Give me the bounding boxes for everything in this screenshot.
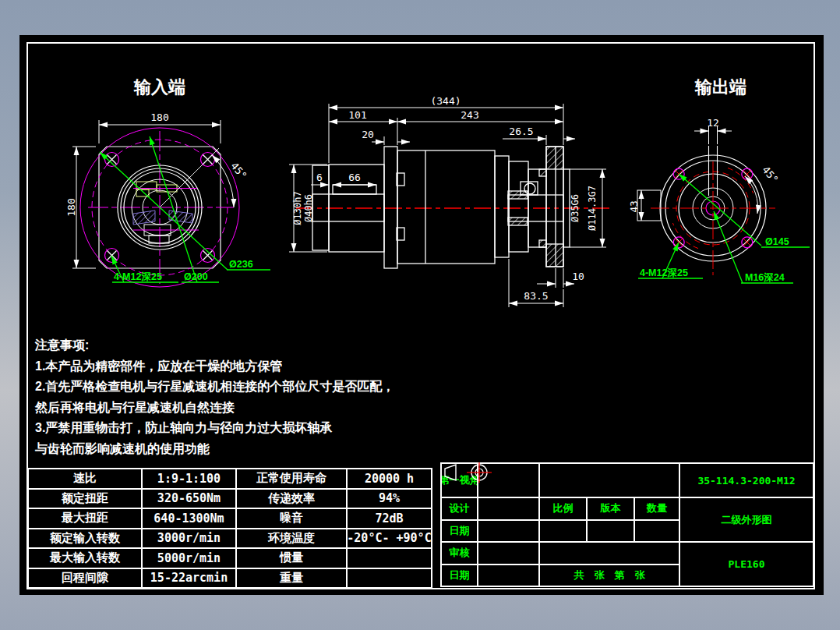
spec-value: 72dB bbox=[348, 509, 431, 528]
spec-label: 回程间隙 bbox=[29, 569, 141, 588]
dim-adapter-dia: Ø130h7 bbox=[292, 191, 303, 225]
title-block: 第一视角 35-114.3-200-M12 设计 比例 版本 数量 二级外形图 … bbox=[440, 462, 814, 587]
scale-label: 比例 bbox=[540, 498, 586, 519]
dim-key-length: 66 bbox=[348, 172, 361, 183]
note-line: 与齿轮而影响减速机的使用功能 bbox=[35, 439, 471, 460]
diagonal-45-reference bbox=[160, 148, 219, 207]
input-label-holes: 4-M12深25 bbox=[114, 271, 162, 282]
date-label: 日期 bbox=[442, 565, 477, 586]
spec-value: 3000r/min bbox=[143, 529, 235, 548]
part-code: 35-114.3-200-M12 bbox=[680, 464, 813, 497]
input-view-title: 输入端 bbox=[133, 77, 185, 97]
input-end-view: 180 180 45° bbox=[65, 111, 249, 287]
dim-angle: 45° bbox=[228, 160, 249, 182]
spec-label: 最大输入转数 bbox=[29, 549, 141, 568]
output-label-center-tap: M16深24 bbox=[745, 272, 785, 283]
spec-value: 320-650Nm bbox=[143, 490, 235, 508]
design-value bbox=[478, 498, 538, 519]
note-line: 1.本产品为精密部件，应放在干燥的地方保管 bbox=[35, 356, 471, 377]
notes-title: 注意事项: bbox=[35, 335, 471, 356]
design-label: 设计 bbox=[442, 498, 477, 519]
check-value bbox=[478, 543, 538, 564]
output-label-holes: 4-M12深25 bbox=[640, 267, 688, 278]
projection-symbol bbox=[478, 464, 538, 497]
dim-flange-thickness: 20 bbox=[362, 129, 374, 140]
spec-value: 15-22arcmin bbox=[143, 569, 235, 588]
dim-output-bore-dia: Ø35G6 bbox=[570, 194, 581, 222]
output-label-bolt-circle: Ø145 bbox=[765, 236, 789, 247]
input-label-bolt-circle: Ø200 bbox=[184, 271, 208, 282]
spec-value: 94% bbox=[348, 490, 431, 508]
spec-label: 环境温度 bbox=[237, 529, 346, 548]
version-label: 版本 bbox=[588, 498, 634, 519]
dim-out-flange-thickness: 10 bbox=[572, 271, 584, 282]
drawing-canvas: 输入端 bbox=[19, 35, 824, 595]
date-value bbox=[478, 521, 538, 542]
quantity-label: 数量 bbox=[635, 498, 679, 519]
dim-width: 180 bbox=[150, 111, 168, 123]
dim-input-shaft-dia: Ø40h6 bbox=[303, 194, 314, 222]
input-label-outer: Ø236 bbox=[229, 259, 253, 270]
note-line: 3.严禁用重物击打，防止轴向力与径向力过大损坏轴承 bbox=[35, 418, 471, 439]
dim-key-offset: 6 bbox=[316, 172, 323, 183]
model-number: PLE160 bbox=[680, 543, 813, 586]
spec-label: 传递效率 bbox=[237, 490, 346, 508]
quantity-value bbox=[635, 521, 679, 542]
spec-label: 正常使用寿命 bbox=[237, 469, 346, 488]
first-angle-projection-icon bbox=[478, 464, 499, 483]
spec-label: 额定输入转数 bbox=[29, 529, 141, 548]
spec-value bbox=[348, 569, 431, 588]
dim-keyway-width: 12 bbox=[707, 117, 719, 129]
note-line: 然后再将电机与行星减速机自然连接 bbox=[35, 398, 471, 419]
drawing-title: 二级外形图 bbox=[680, 498, 813, 541]
date-label: 日期 bbox=[442, 521, 477, 542]
side-view: (344) 101 243 20 26.5 6 66 10 83.5 Ø130h… bbox=[289, 95, 609, 307]
dim-front: 101 bbox=[348, 109, 366, 121]
check-label: 审核 bbox=[442, 543, 477, 564]
spec-table: 速比 1:9-1:100 正常使用寿命 20000 h 额定扭距 320-650… bbox=[27, 468, 432, 589]
spec-label: 噪音 bbox=[237, 509, 346, 528]
empty-cell bbox=[540, 543, 679, 564]
spec-value: 20000 h bbox=[348, 469, 431, 488]
spec-label: 最大扭距 bbox=[29, 509, 141, 528]
spec-label: 额定扭距 bbox=[29, 490, 141, 508]
spec-value: 1:9-1:100 bbox=[143, 469, 235, 488]
spec-label: 速比 bbox=[29, 469, 141, 488]
output-view-title: 输出端 bbox=[694, 77, 746, 97]
scale-value bbox=[540, 521, 586, 542]
spec-label: 惯量 bbox=[237, 549, 346, 568]
side-view-dimensions bbox=[289, 104, 606, 307]
dim-offset: 43 bbox=[628, 200, 640, 213]
spec-value: -20°C- +90°C bbox=[348, 529, 431, 548]
cad-screenshot: { "drawing": { "input_view": { "title": … bbox=[0, 0, 840, 630]
date-value bbox=[478, 565, 538, 586]
dim-body: 243 bbox=[461, 109, 478, 121]
dim-spigot-dia: Ø114.3G7 bbox=[587, 186, 598, 231]
spec-label: 重量 bbox=[237, 569, 346, 588]
dim-rear: 26.5 bbox=[509, 126, 533, 137]
spec-value: 640-1300Nm bbox=[143, 509, 235, 528]
dim-overall: (344) bbox=[430, 95, 461, 107]
output-view-dimensions bbox=[641, 126, 757, 221]
empty-cell bbox=[540, 464, 679, 497]
dim-out-length: 83.5 bbox=[524, 290, 548, 302]
spec-value bbox=[348, 549, 431, 568]
notes-block: 注意事项: 1.本产品为精密部件，应放在干燥的地方保管 2.首先严格检查电机与行… bbox=[35, 335, 471, 459]
version-value bbox=[588, 521, 634, 542]
dim-angle: 45° bbox=[760, 164, 781, 186]
note-line: 2.首先严格检查电机与行星减速机相连接的个部位尺寸是否匹配， bbox=[35, 377, 471, 398]
dim-height: 180 bbox=[65, 198, 77, 216]
sheet-info: 共 张 第 张 bbox=[540, 565, 679, 586]
spec-value: 5000r/min bbox=[143, 549, 235, 568]
side-view-body bbox=[312, 147, 570, 268]
